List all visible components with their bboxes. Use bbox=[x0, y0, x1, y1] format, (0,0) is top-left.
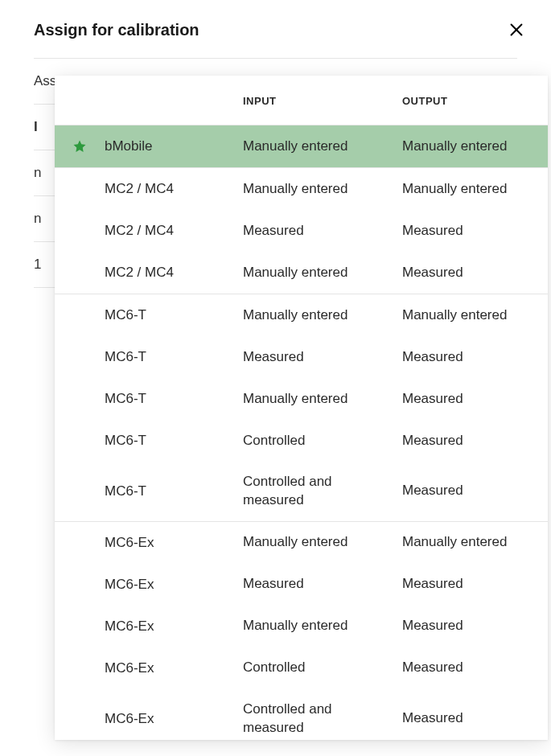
table-group: MC6-TManually enteredManually enteredMC6… bbox=[55, 294, 548, 521]
device-cell: bMobile bbox=[105, 138, 243, 154]
input-cell: Controlled bbox=[243, 432, 402, 450]
input-cell: Controlled and measured bbox=[243, 473, 402, 510]
input-cell: Manually entered bbox=[243, 390, 402, 409]
device-cell: MC6-Ex bbox=[105, 711, 243, 727]
device-cell: MC2 / MC4 bbox=[105, 181, 243, 197]
device-cell: MC6-T bbox=[105, 483, 243, 499]
table-row[interactable]: MC6-ExManually enteredManually entered bbox=[55, 522, 548, 564]
output-cell: Measured bbox=[402, 264, 548, 282]
input-cell: Manually entered bbox=[243, 138, 402, 156]
device-cell: MC6-Ex bbox=[105, 535, 243, 551]
output-cell: Measured bbox=[402, 482, 548, 500]
table-body: bMobileManually enteredManually enteredM… bbox=[55, 125, 548, 740]
device-cell: MC6-Ex bbox=[105, 618, 243, 635]
device-cell: MC2 / MC4 bbox=[105, 223, 243, 239]
device-cell: MC6-T bbox=[105, 349, 243, 365]
input-cell: Measured bbox=[243, 222, 402, 240]
star-cell bbox=[55, 139, 105, 154]
output-cell: Manually entered bbox=[402, 138, 548, 156]
table-row[interactable]: MC6-TControlled and measuredMeasured bbox=[55, 462, 548, 521]
table-row[interactable]: MC2 / MC4Manually enteredMeasured bbox=[55, 252, 548, 294]
table-group: bMobileManually enteredManually entered bbox=[55, 125, 548, 167]
input-cell: Controlled bbox=[243, 659, 402, 677]
device-cell: MC6-Ex bbox=[105, 577, 243, 593]
table-row[interactable]: MC6-TMeasuredMeasured bbox=[55, 336, 548, 378]
dialog-title: Assign for calibration bbox=[34, 21, 199, 39]
close-icon bbox=[508, 21, 525, 39]
table-row[interactable]: MC6-ExMeasuredMeasured bbox=[55, 564, 548, 606]
input-cell: Manually entered bbox=[243, 533, 402, 552]
output-cell: Measured bbox=[402, 348, 548, 367]
output-cell: Measured bbox=[402, 222, 548, 240]
input-cell: Manually entered bbox=[243, 180, 402, 199]
table-row[interactable]: MC6-ExManually enteredMeasured bbox=[55, 606, 548, 647]
output-cell: Manually entered bbox=[402, 180, 548, 199]
table-row[interactable]: MC6-ExControlled and measuredMeasured bbox=[55, 689, 548, 740]
input-cell: Manually entered bbox=[243, 264, 402, 282]
output-cell: Measured bbox=[402, 659, 548, 677]
table-row[interactable]: MC6-TControlledMeasured bbox=[55, 420, 548, 462]
table-group: MC2 / MC4Manually enteredManually entere… bbox=[55, 167, 548, 294]
table-row[interactable]: MC6-TManually enteredManually entered bbox=[55, 294, 548, 336]
table-row[interactable]: MC2 / MC4Manually enteredManually entere… bbox=[55, 168, 548, 210]
output-cell: Manually entered bbox=[402, 306, 548, 325]
table-row[interactable]: MC6-TManually enteredMeasured bbox=[55, 378, 548, 420]
input-cell: Manually entered bbox=[243, 306, 402, 325]
table-row[interactable]: MC6-ExControlledMeasured bbox=[55, 647, 548, 689]
close-button[interactable] bbox=[504, 18, 528, 42]
dropdown-panel[interactable]: INPUT OUTPUT bMobileManually enteredManu… bbox=[55, 76, 548, 740]
table-header: INPUT OUTPUT bbox=[55, 76, 548, 125]
table-group: MC6-ExManually enteredManually enteredMC… bbox=[55, 521, 548, 740]
output-cell: Measured bbox=[402, 709, 548, 728]
input-cell: Measured bbox=[243, 348, 402, 367]
output-cell: Measured bbox=[402, 432, 548, 450]
input-cell: Controlled and measured bbox=[243, 701, 402, 738]
output-cell: Measured bbox=[402, 617, 548, 635]
device-cell: MC6-T bbox=[105, 391, 243, 407]
output-cell: Manually entered bbox=[402, 533, 548, 552]
input-cell: Measured bbox=[243, 575, 402, 594]
column-header-output: OUTPUT bbox=[402, 95, 548, 107]
output-cell: Measured bbox=[402, 390, 548, 409]
table-row[interactable]: MC2 / MC4MeasuredMeasured bbox=[55, 210, 548, 252]
device-cell: MC6-T bbox=[105, 433, 243, 449]
output-cell: Measured bbox=[402, 575, 548, 594]
device-cell: MC6-Ex bbox=[105, 660, 243, 676]
device-cell: MC2 / MC4 bbox=[105, 265, 243, 281]
table-row[interactable]: bMobileManually enteredManually entered bbox=[55, 125, 548, 167]
input-cell: Manually entered bbox=[243, 617, 402, 635]
column-header-input: INPUT bbox=[243, 95, 402, 107]
device-cell: MC6-T bbox=[105, 307, 243, 323]
dialog-header: Assign for calibration bbox=[0, 0, 551, 58]
star-icon bbox=[72, 139, 87, 154]
